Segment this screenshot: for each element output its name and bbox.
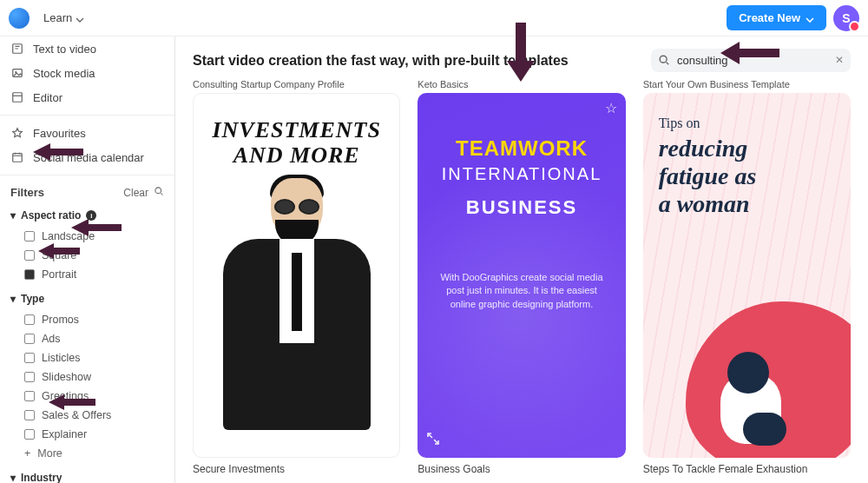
sidebar-item-editor[interactable]: Editor	[0, 85, 174, 109]
filter-option-label: Greetings	[42, 390, 89, 402]
filter-option-greetings[interactable]: Greetings	[24, 387, 164, 406]
caret-down-icon: ▾	[10, 472, 16, 483]
content-area: Start video creation the fast way, with …	[175, 36, 868, 483]
learn-menu[interactable]: Learn	[36, 8, 91, 28]
filter-option-explainer[interactable]: Explainer	[24, 425, 164, 444]
filter-option-ads[interactable]: Ads	[24, 329, 164, 348]
template-search[interactable]: ✕	[651, 49, 851, 72]
card-blurb: With DooGraphics create social media pos…	[433, 271, 609, 311]
checkbox[interactable]	[24, 269, 35, 280]
filter-title-industry[interactable]: ▾ Industry	[0, 466, 174, 483]
filter-option-label: Promos	[42, 314, 79, 326]
checkbox[interactable]	[24, 391, 35, 401]
prev-template-title: Consulting Startup Company Profile	[193, 79, 400, 89]
sidebar-item-label: Favourites	[33, 127, 86, 140]
filter-option-portrait[interactable]: Portrait	[24, 265, 164, 284]
filter-group-aspect-ratio: ▾ Aspect ratio i Landscape Square Portra…	[0, 204, 174, 288]
info-icon: i	[86, 210, 96, 221]
template-title: Business Goals	[418, 463, 625, 475]
app-logo[interactable]	[9, 8, 30, 29]
card-text-tips: Tips on	[659, 116, 835, 131]
man-illustration	[219, 178, 375, 439]
filter-title-type[interactable]: ▾ Type	[0, 288, 174, 310]
sidebar-item-stock-media[interactable]: Stock media	[0, 61, 174, 85]
filter-option-sales-offers[interactable]: Sales & Offers	[24, 406, 164, 425]
chevron-down-icon	[76, 14, 84, 23]
plus-icon: +	[24, 447, 30, 460]
clear-filters-button[interactable]: Clear	[123, 186, 164, 199]
caret-down-icon: ▾	[10, 293, 16, 305]
svg-point-5	[155, 188, 161, 194]
card-text-teamwork: TEAMWORK	[456, 136, 588, 161]
sidebar-item-text-to-video[interactable]: Text to video	[0, 36, 174, 61]
expand-icon[interactable]	[426, 432, 440, 449]
more-label: More	[37, 447, 62, 460]
checkbox[interactable]	[24, 314, 35, 325]
filter-title-label: Industry	[21, 472, 62, 483]
filter-title-label: Type	[21, 293, 44, 305]
svg-point-6	[660, 56, 667, 63]
filter-option-label: Sales & Offers	[42, 409, 111, 421]
card-text-line: and More	[233, 142, 360, 168]
star-icon	[10, 126, 24, 140]
image-icon	[10, 66, 24, 80]
filter-option-label: Square	[42, 249, 76, 261]
page-title: Start video creation the fast way, with …	[193, 53, 569, 69]
filter-title-label: Aspect ratio	[21, 209, 81, 222]
woman-illustration	[712, 348, 807, 444]
text-icon	[10, 42, 24, 56]
template-card-business-goals[interactable]: ☆ TEAMWORK INTERNATIONAL BUSINESS With D…	[418, 93, 625, 458]
template-title: Secure Investments	[193, 463, 400, 475]
card-text-line: reducing	[659, 135, 748, 162]
filter-type-more[interactable]: +More	[24, 444, 164, 463]
checkbox[interactable]	[24, 231, 35, 242]
card-text-business: BUSINESS	[466, 196, 577, 219]
checkbox[interactable]	[24, 250, 35, 261]
filter-group-industry: ▾ Industry Events & Holidays Fashion Eco…	[0, 466, 174, 483]
sidebar-item-label: Stock media	[33, 67, 95, 80]
svg-rect-3	[13, 93, 23, 103]
avatar-initial: S	[842, 11, 850, 25]
filter-option-label: Listicles	[42, 352, 80, 364]
search-input[interactable]	[677, 54, 825, 67]
filter-option-promos[interactable]: Promos	[24, 310, 164, 329]
filter-option-landscape[interactable]: Landscape	[24, 227, 164, 246]
create-new-button[interactable]: Create New	[727, 5, 826, 30]
checkbox[interactable]	[24, 353, 35, 363]
caret-down-icon: ▾	[10, 209, 16, 222]
sidebar-item-favourites[interactable]: Favourites	[0, 121, 174, 145]
editor-icon	[10, 90, 24, 104]
template-title: Steps To Tackle Female Exhaustion	[643, 463, 851, 475]
filter-option-label: Slideshow	[42, 371, 91, 383]
filter-option-slideshow[interactable]: Slideshow	[24, 367, 164, 387]
checkbox[interactable]	[24, 429, 35, 440]
card-text-line: a woman	[659, 190, 750, 217]
prev-template-title: Start Your Own Business Template	[643, 79, 851, 89]
checkbox[interactable]	[24, 334, 35, 344]
sidebar-item-social-calendar[interactable]: Social media calendar	[0, 145, 174, 169]
filter-option-label: Ads	[42, 333, 61, 345]
filter-title-aspect-ratio[interactable]: ▾ Aspect ratio i	[0, 204, 174, 227]
checkbox[interactable]	[24, 372, 35, 382]
card-text-line: Investments	[212, 117, 381, 142]
avatar[interactable]: S	[833, 5, 859, 31]
sidebar-item-label: Editor	[33, 91, 62, 104]
template-card-secure-investments[interactable]: Investments and More	[193, 93, 400, 458]
sidebar-item-label: Text to video	[33, 43, 96, 56]
prev-template-title: Keto Basics	[418, 79, 625, 89]
sidebar: Text to video Stock media Editor Favouri…	[0, 36, 175, 483]
filter-option-label: Landscape	[42, 230, 95, 242]
chevron-down-icon	[806, 14, 814, 23]
filter-option-square[interactable]: Square	[24, 246, 164, 265]
sidebar-item-label: Social media calendar	[33, 151, 144, 164]
checkbox[interactable]	[24, 410, 35, 420]
filter-option-label: Portrait	[42, 268, 76, 281]
filters-title: Filters	[10, 186, 44, 199]
search-icon	[658, 54, 670, 69]
filter-option-listicles[interactable]: Listicles	[24, 348, 164, 367]
clear-search-icon[interactable]: ✕	[835, 54, 844, 66]
learn-label: Learn	[43, 11, 72, 24]
search-icon	[154, 186, 164, 199]
filter-group-type: ▾ Type Promos Ads Listicles Slideshow Gr…	[0, 288, 174, 466]
template-card-female-exhaustion[interactable]: Tips on reducing fatigue as a woman	[643, 93, 851, 458]
